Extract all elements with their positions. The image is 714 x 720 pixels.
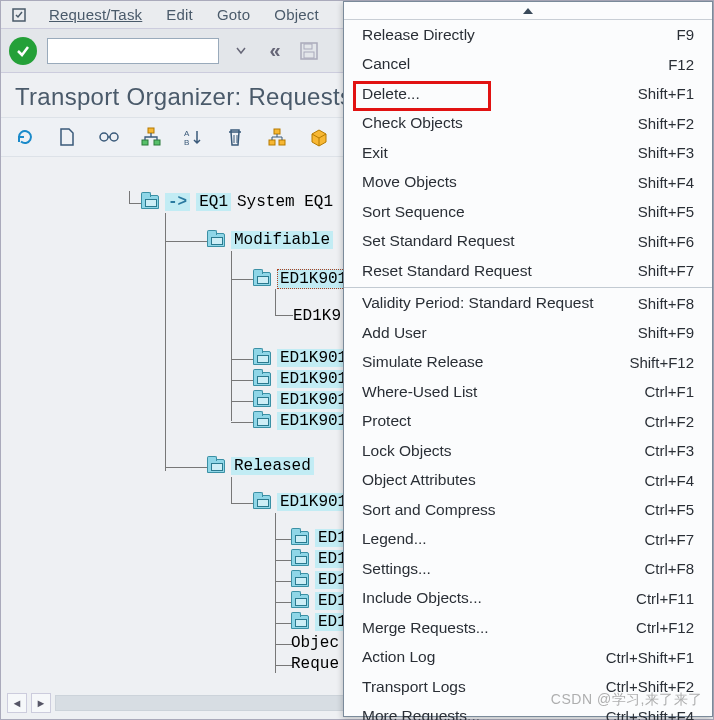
folder-closed-icon <box>253 372 271 386</box>
menu-edit[interactable]: Edit <box>154 2 205 27</box>
menu-item-label: Set Standard Request <box>362 232 638 250</box>
menu-item-where-used-list[interactable]: Where-Used ListCtrl+F1 <box>344 377 712 407</box>
hierarchy-icon[interactable] <box>139 125 163 149</box>
display-icon[interactable] <box>97 125 121 149</box>
folder-closed-icon <box>291 552 309 566</box>
menu-item-shortcut: Shift+F4 <box>638 174 694 191</box>
menu-item-label: Reset Standard Request <box>362 262 638 280</box>
tree-node-modifiable[interactable]: Modifiable <box>207 231 333 249</box>
dropdown-icon[interactable] <box>229 39 253 63</box>
menu-item-exit[interactable]: ExitShift+F3 <box>344 138 712 168</box>
delete-icon[interactable] <box>223 125 247 149</box>
menu-item-label: Delete... <box>362 85 638 103</box>
enter-button[interactable] <box>9 37 37 65</box>
menu-item-legend[interactable]: Legend...Ctrl+F7 <box>344 525 712 555</box>
svg-text:A: A <box>184 129 190 138</box>
menu-item-shortcut: Shift+F7 <box>638 262 694 279</box>
menu-item-label: Add User <box>362 324 638 342</box>
menu-item-shortcut: Ctrl+Shift+F1 <box>606 649 694 666</box>
svg-rect-2 <box>304 44 312 49</box>
menu-item-shortcut: Shift+F2 <box>638 115 694 132</box>
back-double-icon[interactable]: « <box>263 39 287 63</box>
menu-item-settings[interactable]: Settings...Ctrl+F8 <box>344 554 712 584</box>
menu-item-shortcut: Ctrl+Shift+F2 <box>606 678 694 695</box>
menu-item-shortcut: Shift+F5 <box>638 203 694 220</box>
folder-open-icon <box>207 459 225 473</box>
tree-node-code: ED1K9 <box>293 307 341 325</box>
tree-node-label: Objec <box>291 634 339 652</box>
menu-item-lock-objects[interactable]: Lock ObjectsCtrl+F3 <box>344 436 712 466</box>
scroll-left-icon[interactable]: ◄ <box>7 693 27 713</box>
menu-item-shortcut: Ctrl+F11 <box>636 590 694 607</box>
menu-item-simulate-release[interactable]: Simulate ReleaseShift+F12 <box>344 348 712 378</box>
folder-closed-icon <box>253 414 271 428</box>
menu-item-label: Legend... <box>362 530 644 548</box>
menu-item-action-log[interactable]: Action LogCtrl+Shift+F1 <box>344 643 712 673</box>
menu-item-label: Cancel <box>362 55 668 73</box>
folder-closed-icon <box>253 393 271 407</box>
folder-closed-icon <box>291 594 309 608</box>
menu-item-move-objects[interactable]: Move ObjectsShift+F4 <box>344 168 712 198</box>
menu-item-label: Object Attributes <box>362 471 644 489</box>
tree-node-system[interactable]: -> EQ1 System EQ1 <box>141 193 333 211</box>
command-input[interactable] <box>47 38 219 64</box>
menu-item-sort-sequence[interactable]: Sort SequenceShift+F5 <box>344 197 712 227</box>
new-document-icon[interactable] <box>55 125 79 149</box>
menu-item-cancel[interactable]: CancelF12 <box>344 50 712 80</box>
menu-item-delete[interactable]: Delete...Shift+F1 <box>344 79 712 109</box>
menu-item-label: Merge Requests... <box>362 619 636 637</box>
tree-arrow: -> <box>165 193 190 211</box>
svg-rect-1 <box>301 43 317 59</box>
menu-item-object-attributes[interactable]: Object AttributesCtrl+F4 <box>344 466 712 496</box>
menu-item-label: Move Objects <box>362 173 638 191</box>
scroll-right-icon[interactable]: ► <box>31 693 51 713</box>
folder-closed-icon <box>291 573 309 587</box>
menu-item-shortcut: Ctrl+Shift+F4 <box>606 708 694 720</box>
folder-closed-icon <box>291 531 309 545</box>
menu-item-validity-period-standard-request[interactable]: Validity Period: Standard RequestShift+F… <box>344 289 712 319</box>
menu-item-label: Validity Period: Standard Request <box>362 294 638 312</box>
package-icon[interactable] <box>307 125 331 149</box>
tree-node-task[interactable]: ED1K9 <box>293 307 341 325</box>
menu-request-task[interactable]: Request/Task <box>37 2 154 27</box>
menu-item-more-requests[interactable]: More Requests...Ctrl+Shift+F4 <box>344 702 712 721</box>
svg-point-5 <box>110 133 118 141</box>
svg-rect-15 <box>269 140 275 145</box>
menu-item-protect[interactable]: ProtectCtrl+F2 <box>344 407 712 437</box>
menu-item-release-directly[interactable]: Release DirectlyF9 <box>344 20 712 50</box>
svg-point-4 <box>100 133 108 141</box>
menu-item-sort-and-compress[interactable]: Sort and CompressCtrl+F5 <box>344 495 712 525</box>
menu-item-shortcut: Shift+F9 <box>638 324 694 341</box>
tree-node-released[interactable]: Released <box>207 457 314 475</box>
menu-item-label: Sort and Compress <box>362 501 644 519</box>
sort-icon[interactable]: AB <box>181 125 205 149</box>
org-icon[interactable] <box>265 125 289 149</box>
menu-item-shortcut: Ctrl+F3 <box>644 442 694 459</box>
menu-item-shortcut: F12 <box>668 56 694 73</box>
tree-node-label: System EQ1 <box>237 193 333 211</box>
folder-open-icon <box>141 195 159 209</box>
svg-rect-3 <box>304 52 314 58</box>
menu-item-merge-requests[interactable]: Merge Requests...Ctrl+F12 <box>344 613 712 643</box>
tree-node-label: Released <box>231 457 314 475</box>
menu-item-add-user[interactable]: Add UserShift+F9 <box>344 318 712 348</box>
menu-object[interactable]: Object <box>262 2 331 27</box>
folder-open-icon <box>207 233 225 247</box>
menu-item-shortcut: Shift+F3 <box>638 144 694 161</box>
tree-node-object-list[interactable]: Objec <box>291 634 339 652</box>
menu-item-transport-logs[interactable]: Transport LogsCtrl+Shift+F2 <box>344 672 712 702</box>
menu-item-shortcut: Ctrl+F12 <box>636 619 694 636</box>
refresh-icon[interactable] <box>13 125 37 149</box>
tree-node-request-text[interactable]: Reque <box>291 655 339 673</box>
menu-item-check-objects[interactable]: Check ObjectsShift+F2 <box>344 109 712 139</box>
menu-item-label: Simulate Release <box>362 353 629 371</box>
menu-item-label: Check Objects <box>362 114 638 132</box>
tree-node-label: Reque <box>291 655 339 673</box>
save-icon[interactable] <box>297 39 321 63</box>
menu-item-include-objects[interactable]: Include Objects...Ctrl+F11 <box>344 584 712 614</box>
menu-scroll-up-icon[interactable] <box>344 2 712 20</box>
menu-item-set-standard-request[interactable]: Set Standard RequestShift+F6 <box>344 227 712 257</box>
menu-item-reset-standard-request[interactable]: Reset Standard RequestShift+F7 <box>344 256 712 286</box>
context-menu: Release DirectlyF9CancelF12Delete...Shif… <box>343 1 713 717</box>
menu-goto[interactable]: Goto <box>205 2 262 27</box>
